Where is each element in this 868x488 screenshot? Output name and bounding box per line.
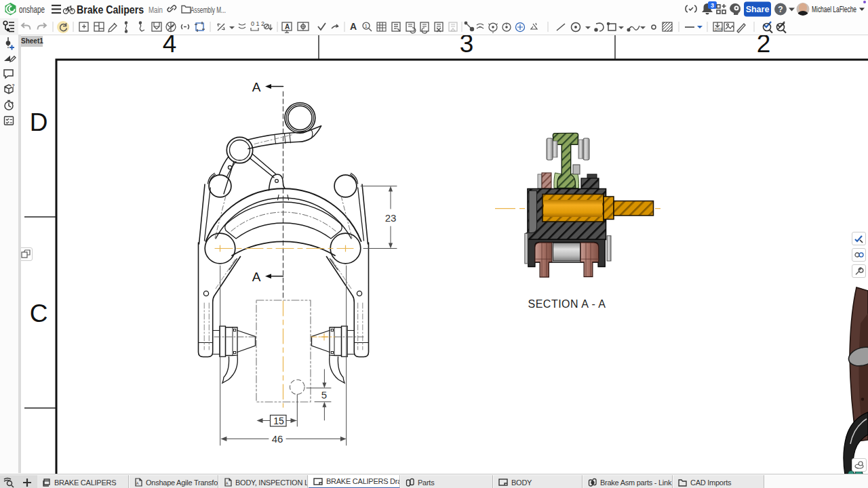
svg-text:DXF: DXF [715,27,723,31]
svg-text:C: C [30,300,48,327]
svg-text:Michael LaFleche: Michael LaFleche [812,5,856,14]
svg-text:A: A [226,481,229,485]
svg-text:onshape: onshape [19,3,45,15]
svg-text:46: 46 [272,433,283,445]
svg-text:A: A [285,23,290,30]
svg-text:Assembly M...: Assembly M... [191,5,226,15]
svg-text:D: D [30,108,48,136]
svg-text:Brake Calipers: Brake Calipers [77,4,144,16]
svg-text:?: ? [778,5,783,14]
svg-text:A: A [252,80,261,94]
svg-text:15: 15 [273,415,284,426]
svg-text:A: A [252,270,261,284]
svg-text:Main: Main [149,5,163,15]
svg-text:Share: Share [746,5,770,14]
svg-text:?: ? [12,83,15,88]
svg-text:3: 3 [711,2,714,9]
svg-text:23: 23 [385,212,397,224]
svg-text:0 1 2: 0 1 2 [251,20,264,27]
svg-text:5: 5 [321,389,327,401]
svg-text:SECTION A - A: SECTION A - A [528,298,606,310]
svg-text:1: 1 [365,23,368,29]
svg-text:A: A [350,21,357,32]
svg-text:A: A [136,481,139,485]
